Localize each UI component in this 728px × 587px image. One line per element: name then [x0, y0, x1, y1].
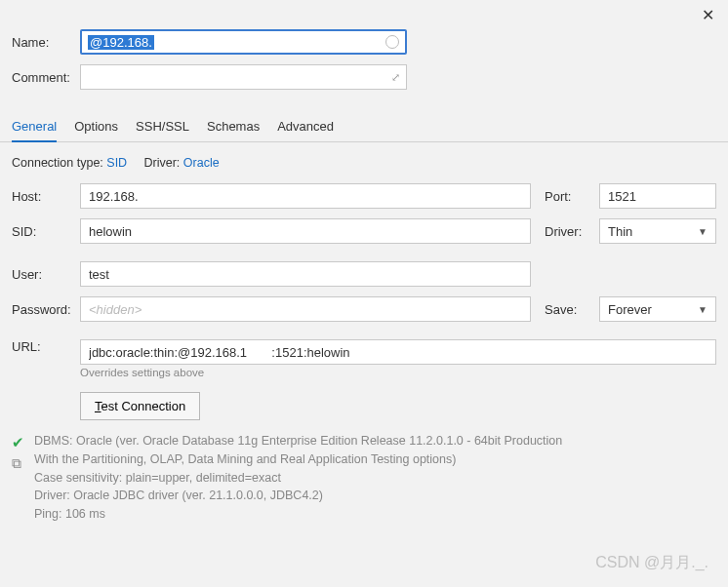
port-label: Port:	[545, 189, 599, 204]
save-select[interactable]: Forever ▼	[599, 296, 716, 322]
connection-type-link[interactable]: SID	[106, 156, 127, 170]
result-line3: Case sensitivity: plain=upper, delimited…	[34, 469, 562, 488]
url-input[interactable]	[80, 339, 716, 365]
chevron-down-icon: ▼	[698, 226, 708, 237]
name-input[interactable]: @192.168.	[80, 29, 407, 55]
driver-label: Driver:	[545, 224, 599, 239]
test-connection-button[interactable]: TTest Connectionest Connection	[80, 392, 200, 420]
result-line4: Driver: Oracle JDBC driver (ver. 21.1.0.…	[34, 487, 562, 505]
sid-input[interactable]	[80, 218, 531, 244]
password-input[interactable]	[80, 296, 531, 322]
driver-label-inline: Driver:	[144, 156, 181, 170]
checkmark-icon: ✔	[12, 434, 24, 451]
result-line5: Ping: 106 ms	[34, 505, 562, 524]
result-text: DBMS: Oracle (ver. Oracle Database 11g E…	[34, 432, 562, 524]
driver-select[interactable]: Thin ▼	[599, 218, 716, 244]
result-line1: DBMS: Oracle (ver. Oracle Database 11g E…	[34, 432, 562, 450]
comment-label: Comment:	[12, 70, 80, 85]
tab-general[interactable]: General	[12, 115, 57, 141]
copy-icon[interactable]: ⧉	[12, 455, 24, 472]
tab-bar: General Options SSH/SSL Schemas Advanced	[0, 107, 728, 142]
connection-type-label: Connection type:	[12, 156, 103, 170]
user-input[interactable]	[80, 261, 531, 287]
tab-options[interactable]: Options	[74, 115, 118, 141]
save-label: Save:	[545, 302, 599, 317]
connection-line: Connection type: SID Driver: Oracle	[12, 156, 716, 170]
name-label: Name:	[12, 35, 80, 50]
expand-icon[interactable]: ⤢	[391, 71, 400, 84]
watermark: CSDN @月月._.	[595, 553, 708, 573]
chevron-down-icon: ▼	[698, 304, 708, 315]
tab-sshssl[interactable]: SSH/SSL	[136, 115, 189, 141]
url-label: URL:	[12, 339, 80, 354]
driver-link[interactable]: Oracle	[183, 156, 220, 170]
sid-label: SID:	[12, 224, 80, 239]
host-label: Host:	[12, 189, 80, 204]
tab-advanced[interactable]: Advanced	[277, 115, 334, 141]
result-line2: With the Partitioning, OLAP, Data Mining…	[34, 450, 562, 469]
url-hint: Overrides settings above	[80, 367, 716, 378]
driver-select-value: Thin	[608, 224, 632, 239]
host-input[interactable]	[80, 183, 531, 209]
tab-schemas[interactable]: Schemas	[207, 115, 260, 141]
user-label: User:	[12, 267, 80, 282]
port-input[interactable]	[599, 183, 716, 209]
comment-input[interactable]: ⤢	[80, 64, 407, 90]
name-input-value: @192.168.	[88, 35, 154, 50]
save-select-value: Forever	[608, 302, 652, 317]
ring-icon	[385, 35, 399, 49]
close-button[interactable]: ✕	[702, 6, 714, 24]
password-label: Password:	[12, 302, 80, 317]
